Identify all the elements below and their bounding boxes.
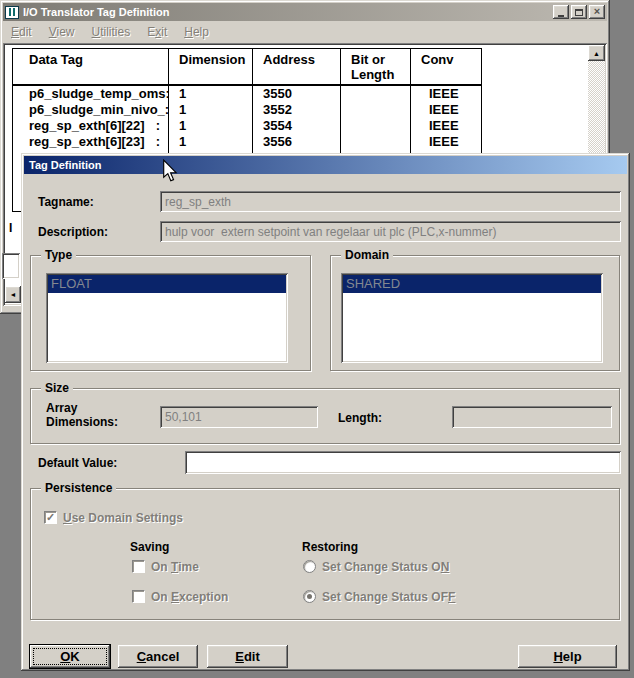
cancel-button[interactable]: Cancel <box>118 645 198 668</box>
table-header-row: Data Tag Dimension Address Bit or Length… <box>13 49 481 86</box>
occluded-panel-fragment <box>2 253 20 279</box>
window-controls: × <box>553 5 605 19</box>
column-header-data-tag: Data Tag <box>13 49 169 84</box>
mouse-cursor <box>162 159 178 183</box>
length-label: Length: <box>338 411 382 425</box>
cell-conv: IEEE <box>411 118 481 134</box>
minimize-icon <box>558 15 564 17</box>
domain-listbox[interactable]: SHARED <box>341 273 603 363</box>
on-exception-checkbox[interactable] <box>132 590 145 603</box>
cell-dimension: 1 <box>169 102 253 118</box>
cell-address: 3552 <box>253 102 341 118</box>
restoring-label: Restoring <box>302 540 358 554</box>
use-domain-settings-checkbox[interactable]: ✓ <box>44 511 57 524</box>
window-title: I/O Translator Tag Definition <box>23 6 553 18</box>
menu-item-help[interactable]: Help <box>184 25 209 39</box>
window-titlebar[interactable]: I/O Translator Tag Definition × <box>3 3 607 21</box>
table-row[interactable]: reg_sp_exth[6][22]: 1 3554 IEEE <box>13 118 481 134</box>
domain-group-label: Domain <box>341 248 393 262</box>
type-listbox[interactable]: FLOAT <box>46 273 288 363</box>
set-change-status-off-radio[interactable] <box>303 590 316 603</box>
dialog-title: Tag Definition <box>29 159 102 171</box>
saving-label: Saving <box>130 540 169 554</box>
maximize-icon <box>575 9 583 16</box>
cell-dimension: 1 <box>169 86 253 102</box>
on-time-label: On Time <box>151 560 199 574</box>
default-value-label: Default Value: <box>38 456 117 470</box>
length-field[interactable] <box>452 406 612 428</box>
cell-address: 3556 <box>253 134 341 150</box>
table-row[interactable]: p6_sludge_min_nivo_: 1 3552 IEEE <box>13 102 481 118</box>
close-button[interactable]: × <box>589 5 605 19</box>
maximize-button[interactable] <box>571 5 587 19</box>
default-value-field[interactable] <box>185 451 621 474</box>
radio-dot <box>307 594 312 599</box>
set-change-status-on-label: Set Change Status ON <box>322 560 449 574</box>
tagname-field[interactable]: reg_sp_exth <box>160 191 621 212</box>
tagname-label: Tagname: <box>38 195 94 209</box>
cell-address: 3554 <box>253 118 341 134</box>
desktop: I/O Translator Tag Definition × Edit Vie… <box>0 0 634 678</box>
table-row[interactable]: reg_sp_exth[6][23]: 1 3556 IEEE <box>13 134 481 150</box>
edit-button[interactable]: Edit <box>207 645 288 668</box>
set-change-status-on-radio[interactable] <box>303 560 316 573</box>
column-header-conv: Conv <box>411 49 481 84</box>
app-icon <box>5 6 19 19</box>
column-header-bit-or-length: Bit or Length <box>341 49 411 84</box>
cell-conv: IEEE <box>411 134 481 150</box>
on-exception-label: On Exception <box>151 590 228 604</box>
size-group-label: Size <box>41 381 73 395</box>
cell-dimension: 1 <box>169 118 253 134</box>
scroll-left-button[interactable]: ◄ <box>5 286 21 303</box>
cell-data-tag: p6_sludge_min_nivo_ <box>29 102 165 118</box>
cell-bit-or-length <box>341 134 411 150</box>
occluded-text-fragment: I <box>9 221 12 235</box>
cell-colon: : <box>156 134 160 150</box>
set-change-status-off-label: Set Change Status OFF <box>322 590 455 604</box>
tag-definition-dialog: Tag Definition Tagname: reg_sp_exth Desc… <box>21 153 630 671</box>
type-group: Type FLOAT <box>30 255 311 371</box>
array-dimensions-field[interactable]: 50,101 <box>160 406 318 428</box>
close-icon: × <box>594 6 600 17</box>
menu-item-edit[interactable]: Edit <box>11 25 32 39</box>
cell-bit-or-length <box>341 86 411 102</box>
description-label: Description: <box>38 225 108 239</box>
use-domain-settings-label: Use Domain Settings <box>63 511 183 525</box>
menu-item-view[interactable]: View <box>49 25 75 39</box>
on-time-checkbox[interactable] <box>132 560 145 573</box>
domain-group: Domain SHARED <box>330 255 620 371</box>
dialog-titlebar[interactable]: Tag Definition <box>24 156 627 174</box>
domain-option-shared[interactable]: SHARED <box>343 275 601 293</box>
cell-bit-or-length <box>341 102 411 118</box>
menu-item-utilities[interactable]: Utilities <box>92 25 131 39</box>
cell-conv: IEEE <box>411 86 481 102</box>
cell-address: 3550 <box>253 86 341 102</box>
cell-data-tag: reg_sp_exth[6][22] <box>29 118 145 134</box>
ok-button[interactable]: OK <box>30 645 110 668</box>
cell-data-tag: reg_sp_exth[6][23] <box>29 134 145 150</box>
scroll-left-icon: ◄ <box>10 291 17 298</box>
menu-bar: Edit View Utilities Exit Help <box>3 21 607 42</box>
type-group-label: Type <box>41 248 76 262</box>
cell-dimension: 1 <box>169 134 253 150</box>
cell-colon: : <box>156 118 160 134</box>
cell-conv: IEEE <box>411 102 481 118</box>
column-header-dimension: Dimension <box>169 49 253 84</box>
help-button[interactable]: Help <box>518 645 617 668</box>
cell-data-tag: p6_sludge_temp_oms <box>29 86 166 102</box>
menu-item-exit[interactable]: Exit <box>147 25 167 39</box>
table-row[interactable]: p6_sludge_temp_oms: 1 3550 IEEE <box>13 86 481 102</box>
scroll-up-button[interactable]: ▲ <box>588 45 605 61</box>
minimize-button[interactable] <box>553 5 569 19</box>
type-option-float[interactable]: FLOAT <box>48 275 286 293</box>
description-field[interactable]: hulp voor extern setpoint van regelaar u… <box>160 221 621 242</box>
array-dimensions-label: ArrayDimensions: <box>46 401 118 429</box>
scroll-up-icon: ▲ <box>593 50 600 57</box>
persistence-group-label: Persistence <box>41 481 116 495</box>
cell-bit-or-length <box>341 118 411 134</box>
column-header-address: Address <box>253 49 341 84</box>
checkmark-icon: ✓ <box>46 512 55 523</box>
